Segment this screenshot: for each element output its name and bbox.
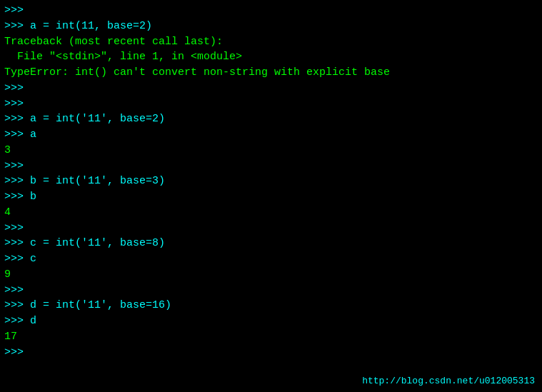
line-21: 17 xyxy=(4,329,538,345)
line-0: >>> xyxy=(4,3,538,19)
line-4: TypeError: int() can't convert non-strin… xyxy=(4,65,538,81)
line-2: Traceback (most recent call last): xyxy=(4,34,538,50)
line-16: >>> c xyxy=(4,251,538,267)
line-11: >>> b = int('11', base=3) xyxy=(4,174,538,189)
line-5: >>> xyxy=(4,81,538,96)
line-10: >>> xyxy=(4,159,538,174)
line-14: >>> xyxy=(4,221,538,236)
line-13: 4 xyxy=(4,205,538,221)
line-9: 3 xyxy=(4,143,538,159)
terminal-window: >>> >>> a = int(11, base=2) Traceback (m… xyxy=(0,0,542,392)
line-1: >>> a = int(11, base=2) xyxy=(4,19,538,34)
line-3: File "<stdin>", line 1, in <module> xyxy=(4,49,538,65)
line-15: >>> c = int('11', base=8) xyxy=(4,236,538,251)
line-12: >>> b xyxy=(4,189,538,205)
watermark: http://blog.csdn.net/u012005313 xyxy=(362,376,535,386)
line-7: >>> a = int('11', base=2) xyxy=(4,111,538,127)
line-17: 9 xyxy=(4,267,538,283)
line-19: >>> d = int('11', base=16) xyxy=(4,298,538,313)
line-22: >>> xyxy=(4,345,538,361)
line-18: >>> xyxy=(4,283,538,298)
line-6: >>> xyxy=(4,96,538,112)
prompt-0: >>> xyxy=(4,4,30,16)
line-8: >>> a xyxy=(4,127,538,143)
line-20: >>> d xyxy=(4,313,538,329)
